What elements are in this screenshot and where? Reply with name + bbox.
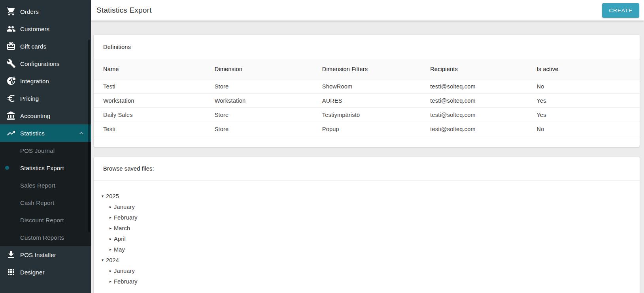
sidebar-item-statistics[interactable]: Statistics	[0, 124, 91, 142]
tree-month-label: April	[114, 236, 126, 242]
table-cell: Yes	[527, 94, 640, 108]
sidebar-item-label: Configurations	[20, 60, 60, 67]
sidebar-scrollbar-thumb[interactable]	[88, 39, 90, 232]
wrench-icon	[6, 59, 16, 68]
sidebar: OrdersCustomersGift cardsConfigurationsI…	[0, 0, 91, 293]
main-area: Statistics Export CREATE Definitions Nam…	[91, 0, 644, 293]
triangle-right-icon: ▸	[110, 247, 114, 252]
people-icon	[6, 24, 16, 34]
sidebar-item-configurations[interactable]: Configurations	[0, 55, 91, 72]
sidebar-subitem-sales-report[interactable]: Sales Report	[0, 177, 91, 194]
sidebar-item-accounting[interactable]: Accounting	[0, 107, 91, 124]
tree-month-label: January	[114, 204, 135, 210]
triangle-down-icon: ▾	[102, 194, 106, 198]
definitions-card-title: Definitions	[94, 35, 640, 59]
tree-year-2025[interactable]: ▾2025	[102, 191, 630, 201]
tree-month-label: May	[114, 246, 125, 253]
sidebar-subitem-label: POS Journal	[20, 147, 55, 154]
table-cell: Store	[205, 79, 313, 94]
active-indicator-dot	[5, 166, 9, 170]
sidebar-item-orders[interactable]: Orders	[0, 3, 91, 20]
table-row[interactable]: Daily SalesStoreTestiympäristötesti@solt…	[94, 108, 640, 122]
table-cell: testi@solteq.com	[421, 108, 527, 122]
table-row[interactable]: WorkstationWorkstationAUREStesti@solteq.…	[94, 94, 640, 108]
gift-card-icon	[6, 41, 16, 51]
sidebar-subitem-statistics-export[interactable]: Statistics Export	[0, 159, 91, 177]
card-gap	[94, 147, 640, 157]
tree-month-label: February	[114, 214, 138, 221]
table-cell: Testi	[94, 122, 205, 136]
sidebar-item-customers[interactable]: Customers	[0, 20, 91, 38]
sidebar-item-label: Customers	[20, 26, 49, 32]
trending-up-icon	[6, 128, 16, 138]
tree-month-2024-january[interactable]: ▸January	[110, 265, 630, 276]
table-cell: testi@solteq.com	[421, 122, 527, 136]
table-cell: No	[527, 79, 640, 94]
sidebar-item-designer[interactable]: Designer	[0, 263, 91, 281]
sidebar-item-label: Pricing	[20, 95, 39, 102]
sidebar-item-label: Accounting	[20, 113, 50, 119]
table-bottom-spacer	[94, 136, 640, 147]
table-cell: Store	[205, 122, 313, 136]
create-button[interactable]: CREATE	[602, 3, 639, 18]
tree-month-2025-february[interactable]: ▸February	[110, 212, 630, 223]
tree-year-2024[interactable]: ▾2024	[102, 255, 630, 265]
sidebar-item-pricing[interactable]: Pricing	[0, 90, 91, 107]
statistics-submenu: POS JournalStatistics ExportSales Report…	[0, 142, 91, 246]
shopping-cart-icon	[6, 7, 16, 16]
page-title: Statistics Export	[96, 6, 152, 15]
table-cell: Popup	[313, 122, 421, 136]
content-area: Definitions NameDimensionDimension Filte…	[91, 21, 644, 293]
top-bar: Statistics Export CREATE	[91, 0, 644, 21]
table-cell: AURES	[313, 94, 421, 108]
sidebar-subitem-label: Cash Report	[20, 199, 54, 206]
table-cell: Workstation	[94, 94, 205, 108]
tree-month-2024-february[interactable]: ▸February	[110, 276, 630, 287]
table-cell: Testi	[94, 79, 205, 94]
bank-icon	[6, 111, 16, 120]
tree-year-label: 2025	[106, 193, 119, 199]
download-icon	[6, 250, 16, 259]
sidebar-nav: OrdersCustomersGift cardsConfigurationsI…	[0, 3, 91, 281]
table-cell: testi@solteq.com	[421, 79, 527, 94]
tree-month-2025-april[interactable]: ▸April	[110, 233, 630, 244]
tree-month-2025-march[interactable]: ▸March	[110, 223, 630, 233]
triangle-right-icon: ▸	[110, 269, 114, 273]
sidebar-subitem-discount-report[interactable]: Discount Report	[0, 211, 91, 229]
globe-lock-icon	[6, 76, 16, 86]
tree-month-label: January	[114, 268, 135, 274]
triangle-down-icon: ▾	[102, 258, 106, 262]
tree-month-2025-january[interactable]: ▸January	[110, 201, 630, 212]
table-cell: Testiympäristö	[313, 108, 421, 122]
sidebar-subitem-label: Custom Reports	[20, 234, 64, 241]
triangle-right-icon: ▸	[110, 226, 114, 230]
sidebar-item-label: Statistics	[20, 130, 45, 137]
column-header-dimension: Dimension	[205, 59, 313, 79]
sidebar-subitem-cash-report[interactable]: Cash Report	[0, 194, 91, 211]
column-header-is-active: Is active	[527, 59, 640, 79]
table-cell: testi@solteq.com	[421, 94, 527, 108]
sidebar-item-gift-cards[interactable]: Gift cards	[0, 38, 91, 55]
table-row[interactable]: TestiStoreShowRoomtesti@solteq.comNo	[94, 79, 640, 94]
euro-icon	[6, 94, 16, 103]
triangle-right-icon: ▸	[110, 205, 114, 209]
sidebar-item-integration[interactable]: Integration	[0, 72, 91, 90]
sidebar-subitem-label: Statistics Export	[20, 165, 64, 171]
table-cell: ShowRoom	[313, 79, 421, 94]
table-cell: Workstation	[205, 94, 313, 108]
sidebar-subitem-pos-journal[interactable]: POS Journal	[0, 142, 91, 159]
triangle-right-icon: ▸	[110, 237, 114, 241]
sidebar-item-pos-installer[interactable]: POS Installer	[0, 246, 91, 263]
sidebar-item-label: Designer	[20, 269, 45, 276]
table-row[interactable]: TestiStorePopuptesti@solteq.comNo	[94, 122, 640, 136]
table-cell: Daily Sales	[94, 108, 205, 122]
table-cell: Yes	[527, 108, 640, 122]
browse-card-title: Browse saved files:	[94, 157, 640, 180]
browse-saved-files-card: Browse saved files: ▾2025▸January▸Februa…	[94, 157, 640, 293]
sidebar-subitem-custom-reports[interactable]: Custom Reports	[0, 229, 91, 246]
tree-month-2025-may[interactable]: ▸May	[110, 244, 630, 255]
chevron-up-icon	[77, 129, 85, 137]
triangle-right-icon: ▸	[110, 215, 114, 220]
sidebar-item-label: POS Installer	[20, 252, 56, 258]
sidebar-item-label: Gift cards	[20, 43, 46, 50]
